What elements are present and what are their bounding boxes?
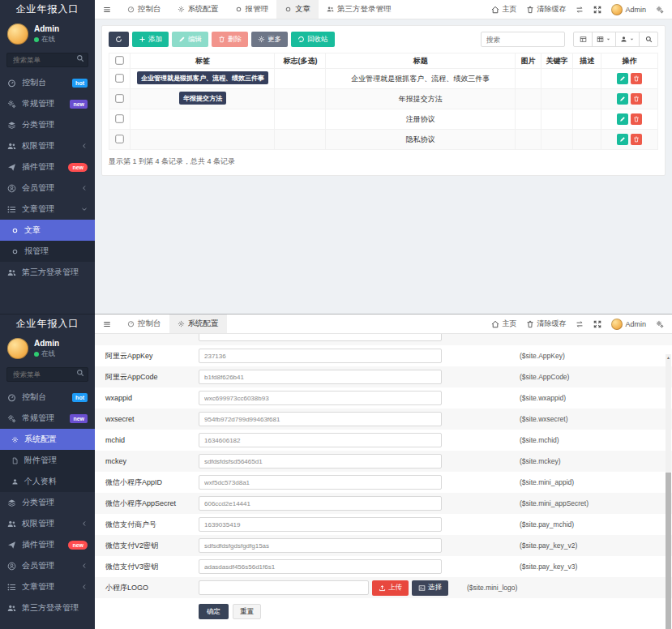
tab-system-config[interactable]: 系统配置 <box>169 0 227 19</box>
row-delete-button[interactable] <box>631 73 642 84</box>
appkey-field[interactable] <box>199 349 442 363</box>
pencil-icon <box>178 36 186 43</box>
sidebar-item-general[interactable]: 常规管理new <box>0 408 95 429</box>
more-button[interactable]: 更多 <box>251 32 288 47</box>
tab-system-config[interactable]: 系统配置 <box>169 314 227 333</box>
gauge-icon <box>7 79 16 88</box>
chevron-down-icon <box>81 206 88 212</box>
choose-image-button[interactable]: 选择 <box>412 580 448 596</box>
pay-mchid-field[interactable] <box>199 517 442 532</box>
pay-key-v3-field[interactable] <box>199 559 442 574</box>
check-update-button[interactable] <box>576 6 584 14</box>
sidebar-item-report-mgmt[interactable]: 报管理 <box>0 241 95 262</box>
row-edit-button[interactable] <box>617 134 628 145</box>
chevron-left-icon <box>81 520 88 527</box>
toggle-view-button[interactable] <box>573 32 593 47</box>
mini-appid-field[interactable] <box>199 475 442 490</box>
mchid-field[interactable] <box>199 433 442 447</box>
edit-button[interactable]: 编辑 <box>172 32 208 47</box>
row-delete-button[interactable] <box>631 93 642 105</box>
scroll-up-arrow[interactable]: ▲ <box>666 355 671 361</box>
sidebar-toggle-icon[interactable] <box>95 0 119 19</box>
upload-button[interactable]: 上传 <box>372 580 409 596</box>
sidebar-item-thirdparty[interactable]: 第三方登录管理 <box>0 262 95 283</box>
sidebar-item-dashboard[interactable]: 控制台hot <box>0 387 95 408</box>
user-panel: Admin 在线 <box>0 19 95 48</box>
tab-dashboard[interactable]: 控制台 <box>119 0 169 19</box>
avatar[interactable] <box>7 338 28 359</box>
clear-cache-link[interactable]: 清除缓存 <box>526 319 566 329</box>
columns-button[interactable] <box>592 32 616 47</box>
row-checkbox[interactable] <box>115 135 123 143</box>
home-link[interactable]: 主页 <box>491 319 516 329</box>
check-update-button[interactable] <box>576 320 584 328</box>
row-checkbox[interactable] <box>115 114 123 122</box>
var-hint: ($site.AppCode) <box>520 373 569 381</box>
submit-button[interactable]: 确定 <box>199 604 229 619</box>
var-hint: ($site.pay_mchid) <box>520 520 574 528</box>
pay-key-v2-field[interactable] <box>199 538 442 553</box>
tab-report-mgmt[interactable]: 报管理 <box>227 0 277 19</box>
sidebar-item-thirdparty[interactable]: 第三方登录管理 <box>0 597 95 618</box>
recycle-bin-button[interactable]: 回收站 <box>291 32 335 47</box>
var-hint: ($site.mini_appid) <box>520 478 574 486</box>
user-menu[interactable]: Admin <box>611 4 646 15</box>
sidebar-toggle-icon[interactable] <box>95 314 119 333</box>
delete-button[interactable]: 删除 <box>212 32 248 47</box>
sidebar-item-addon[interactable]: 插件管理new <box>0 156 95 178</box>
refresh-button[interactable] <box>109 32 129 47</box>
sidebar-item-article-group[interactable]: 文章管理 <box>0 199 95 220</box>
row-edit-button[interactable] <box>617 113 628 125</box>
sidebar-item-category[interactable]: 分类管理 <box>0 114 95 135</box>
sidebar-item-system-config[interactable]: 系统配置 <box>0 429 95 450</box>
user-menu[interactable]: Admin <box>611 319 646 330</box>
tab-thirdparty[interactable]: 第三方登录管理 <box>319 0 400 19</box>
sidebar-item-auth[interactable]: 权限管理 <box>0 513 95 534</box>
sidebar-item-article-group[interactable]: 文章管理 <box>0 576 95 597</box>
mini-logo-field[interactable] <box>199 580 369 595</box>
col-image: 图片 <box>515 53 541 69</box>
settings-button[interactable] <box>656 6 664 14</box>
settings-button[interactable] <box>656 320 664 328</box>
sidebar-item-member[interactable]: 会员管理 <box>0 555 95 576</box>
scrollbar-thumb[interactable] <box>666 473 671 629</box>
appcode-field[interactable] <box>199 370 442 384</box>
vertical-scrollbar[interactable]: ▲ <box>666 354 671 628</box>
add-button[interactable]: 添加 <box>132 32 169 47</box>
sidebar-item-member[interactable]: 会员管理 <box>0 178 95 199</box>
row-checkbox[interactable] <box>115 74 123 82</box>
wxsecret-field[interactable] <box>199 412 442 426</box>
fullscreen-button[interactable] <box>593 6 601 14</box>
clear-cache-link[interactable]: 清除缓存 <box>526 4 566 15</box>
sidebar-item-article[interactable]: 文章 <box>0 220 95 241</box>
row-edit-button[interactable] <box>617 73 628 84</box>
home-link[interactable]: 主页 <box>491 4 516 15</box>
sidebar-item-auth[interactable]: 权限管理 <box>0 135 95 156</box>
users-icon <box>7 520 16 528</box>
search-toggle-button[interactable] <box>639 32 658 47</box>
mckey-field[interactable] <box>199 454 442 469</box>
export-button[interactable] <box>615 32 640 47</box>
sidebar-item-addon[interactable]: 插件管理new <box>0 534 95 555</box>
row-delete-button[interactable] <box>631 134 642 145</box>
row-delete-button[interactable] <box>631 113 642 125</box>
row-checkbox[interactable] <box>115 94 123 102</box>
fullscreen-button[interactable] <box>593 320 601 328</box>
tab-article[interactable]: 文章 <box>276 0 319 19</box>
select-all-checkbox[interactable] <box>115 56 123 64</box>
sidebar-item-dashboard[interactable]: 控制台hot <box>0 72 95 93</box>
sidebar-item-general[interactable]: 常规管理new <box>0 93 95 114</box>
form-row: 微信小程序AppSecret($site.mini_appSecret) <box>95 493 672 514</box>
sidebar-item-attachment[interactable]: 附件管理 <box>0 450 95 471</box>
pencil-icon <box>619 96 626 102</box>
row-edit-button[interactable] <box>617 93 628 105</box>
sidebar-item-profile[interactable]: 个人资料 <box>0 471 95 492</box>
sidebar-item-category[interactable]: 分类管理 <box>0 492 95 513</box>
table-search-input[interactable] <box>481 32 565 47</box>
mini-appsecret-field[interactable] <box>199 496 442 511</box>
top-navbar: 控制台 系统配置 报管理 文章 第三方登录管理 主页 清除缓存 Admin <box>95 0 672 19</box>
reset-button[interactable]: 重置 <box>233 604 261 619</box>
avatar[interactable] <box>7 24 28 45</box>
wxappid-field[interactable] <box>199 391 442 405</box>
tab-dashboard[interactable]: 控制台 <box>119 314 169 333</box>
